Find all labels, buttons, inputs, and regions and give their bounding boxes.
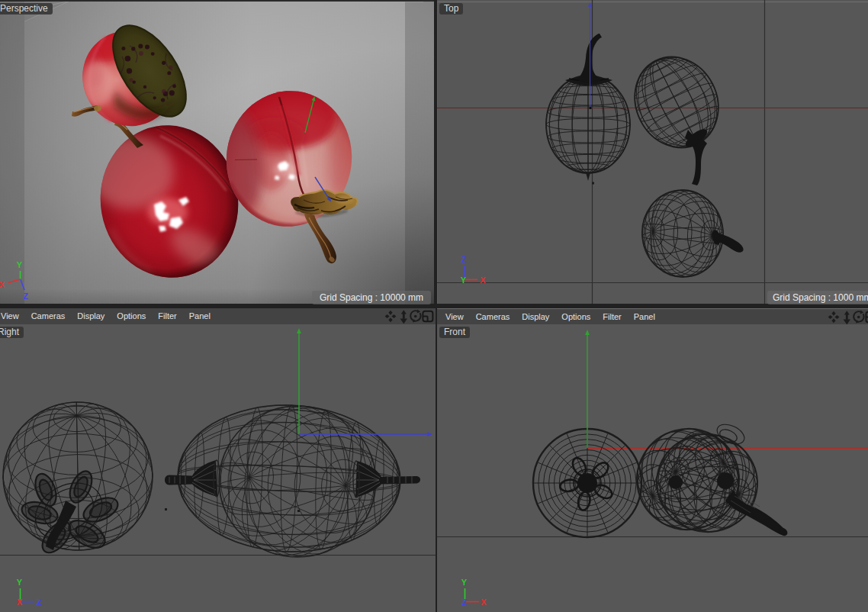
svg-text:Z: Z <box>461 255 466 264</box>
svg-text:X: X <box>481 598 487 607</box>
svg-text:X: X <box>480 275 486 285</box>
svg-text:X: X <box>17 598 23 607</box>
svg-text:Y: Y <box>461 578 468 587</box>
svg-text:Z: Z <box>37 598 42 607</box>
svg-text:X: X <box>0 280 5 289</box>
svg-text:Z: Z <box>461 598 467 607</box>
svg-text:Y: Y <box>17 578 23 587</box>
svg-text:Y: Y <box>17 260 23 269</box>
svg-text:Z: Z <box>23 292 28 301</box>
svg-text:Y: Y <box>461 275 467 285</box>
